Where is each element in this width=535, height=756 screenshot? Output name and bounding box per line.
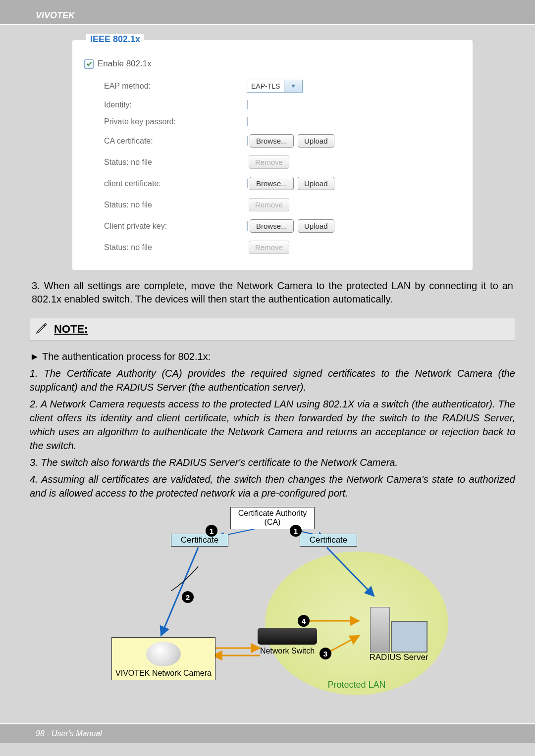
ieee-8021x-panel: IEEE 802.1x Enable 802.1x EAP method: EA… [72, 40, 473, 270]
step-4-badge: 4 [298, 615, 310, 627]
private-key-password-label: Private key passord: [84, 113, 245, 130]
ca-certificate-label: CA certificate: [84, 130, 245, 151]
radius-label: RADIUS Server [359, 653, 438, 662]
eap-method-select[interactable]: EAP-TLS [247, 80, 303, 93]
note-bar: NOTE: [30, 318, 515, 341]
form-table: EAP method: EAP-TLS Identity: [84, 76, 461, 258]
checkmark-icon [86, 61, 92, 67]
certificate-right: Certificate [300, 534, 357, 547]
ca-status-label: Status: no file [84, 151, 245, 173]
enable-8021x-label: Enable 802.1x [98, 59, 152, 69]
client-private-key-label: Client private key: [84, 215, 245, 237]
ca-browse-button[interactable]: Browse... [250, 134, 294, 148]
client-pk-browse-button[interactable]: Browse... [250, 219, 294, 233]
page: VIVOTEK IEEE 802.1x Enable 802.1x EAP me… [0, 0, 535, 756]
switch-icon [258, 628, 317, 645]
client-pk-path-input[interactable] [247, 221, 248, 231]
step-2-badge: 2 [182, 591, 194, 603]
note-4: 4. Assuming all certificates are validat… [30, 472, 515, 500]
radius-server: RADIUS Server [359, 607, 438, 662]
client-cert-remove-button[interactable]: Remove [249, 198, 289, 211]
svg-line-8 [327, 636, 359, 653]
eap-method-value: EAP-TLS [247, 82, 284, 90]
enable-8021x-row: Enable 802.1x [84, 59, 461, 69]
pencil-icon [35, 322, 48, 337]
identity-label: Identity: [84, 97, 245, 113]
step-1-badge-b: 1 [290, 525, 302, 537]
note-2: 2. A Network Camera requests access to t… [30, 397, 515, 453]
svg-marker-0 [291, 85, 295, 88]
client-cert-browse-button[interactable]: Browse... [250, 177, 294, 190]
client-cert-label: client certificate: [84, 173, 245, 194]
content-area: IEEE 802.1x Enable 802.1x EAP method: EA… [0, 25, 535, 690]
private-key-password-input[interactable] [247, 117, 248, 126]
step-1-badge-a: 1 [206, 525, 217, 537]
monitor-icon [391, 621, 428, 653]
client-pk-remove-button[interactable]: Remove [249, 241, 289, 254]
svg-line-4 [327, 548, 374, 596]
footer-text: 98 - User's Manual [36, 729, 102, 738]
camera-label: VIVOTEK Network Camera [114, 668, 213, 678]
ca-cert-path-input[interactable] [247, 136, 248, 146]
client-cert-path-input[interactable] [247, 179, 248, 188]
instruction-3: 3. When all settings are complete, move … [30, 279, 515, 313]
ca-remove-button[interactable]: Remove [249, 155, 289, 169]
eap-method-label: EAP method: [84, 76, 245, 97]
client-cert-status-label: Status: no file [84, 194, 245, 215]
auth-diagram: Protected LAN [111, 507, 433, 690]
brand-label: VIVOTEK [36, 10, 75, 21]
network-camera-box: VIVOTEK Network Camera [111, 637, 215, 680]
note-list: ► The authentication process for 802.1x:… [30, 350, 515, 500]
header-band: VIVOTEK [0, 0, 535, 25]
note-3: 3. The switch also forwards the RADIUS S… [30, 455, 515, 469]
footer-band: 98 - User's Manual [0, 723, 535, 743]
switch-label: Network Switch [250, 647, 324, 655]
panel-legend: IEEE 802.1x [86, 34, 144, 45]
enable-8021x-checkbox[interactable] [84, 59, 94, 69]
chevron-down-icon [284, 80, 302, 92]
svg-line-3 [161, 548, 198, 636]
ca-box: Certificate Authority (CA) [230, 507, 315, 529]
ca-upload-button[interactable]: Upload [298, 134, 334, 148]
client-cert-upload-button[interactable]: Upload [298, 177, 334, 190]
network-switch: Network Switch [250, 628, 324, 655]
client-pk-upload-button[interactable]: Upload [298, 219, 334, 233]
certificate-left: Certificate [171, 534, 228, 547]
note-bullet: ► The authentication process for 802.1x: [30, 351, 211, 362]
client-pk-status-label: Status: no file [84, 237, 245, 258]
note-1: 1. The Certificate Authority (CA) provid… [30, 366, 515, 394]
note-title: NOTE: [54, 323, 88, 336]
server-tower-icon [370, 607, 390, 653]
camera-icon [146, 642, 181, 666]
identity-input[interactable] [247, 100, 248, 109]
